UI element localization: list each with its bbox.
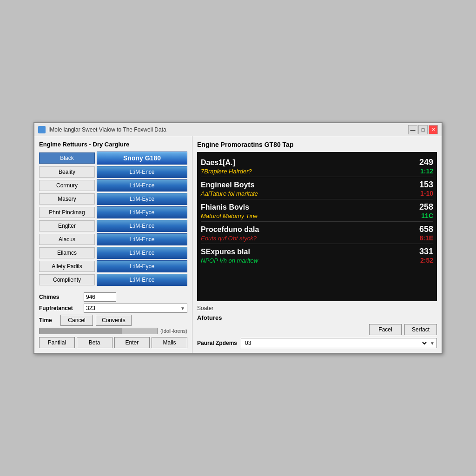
- bottom-buttons: PantilalBetaEnterMails: [39, 337, 187, 348]
- fupfretancet-row: Fupfretancet 323 ▼: [39, 304, 187, 313]
- enter-button[interactable]: Enter: [114, 337, 150, 348]
- time-label: Time: [39, 317, 58, 324]
- engine-value[interactable]: L:iM-Ence: [97, 233, 187, 245]
- window-content: Engime Rettuurs - Dry Carglure BlackSnon…: [34, 136, 442, 353]
- serfact-button[interactable]: Serfact: [404, 324, 437, 335]
- minimize-button[interactable]: —: [408, 125, 417, 134]
- engine-row: ComplientyL:iM-Ence: [39, 274, 187, 286]
- chimes-label: Chimes: [39, 294, 81, 300]
- progress-bar-fill: [40, 328, 122, 334]
- engine-label[interactable]: Englter: [39, 220, 95, 231]
- display-main-row: Fhianis Bovls258: [201, 202, 433, 212]
- display-item-time: 1-10: [420, 190, 433, 197]
- engine-value[interactable]: L:iM-Ence: [97, 179, 187, 192]
- engine-value[interactable]: Snony G180: [97, 152, 187, 165]
- display-sub-row: Maturol Matomy Tine11C: [201, 212, 433, 219]
- display-sub-label: Maturol Matomy Tine: [201, 212, 258, 219]
- select-arrow-icon: ▼: [178, 306, 187, 311]
- display-main-row: SExpures blal331: [201, 247, 433, 257]
- afotures-title: Afotures: [197, 314, 437, 321]
- close-button[interactable]: ✕: [429, 125, 438, 134]
- engine-label[interactable]: Ellamcs: [39, 247, 95, 258]
- display-item-name: SExpures blal: [201, 248, 250, 256]
- paural-arrow-icon: ▼: [428, 341, 436, 346]
- beta-button[interactable]: Beta: [77, 337, 112, 348]
- display-sub-row: Eouts quf Obt styck?8:1E: [201, 234, 433, 242]
- display-item: Daes1[A.]2497Brapiere Hairder?1:12: [201, 156, 433, 177]
- title-bar: IMoie langiar Sweet Vialow to The Foxwel…: [34, 123, 442, 136]
- engine-label[interactable]: Allety Padils: [39, 261, 95, 272]
- display-item-name: Daes1[A.]: [201, 159, 235, 167]
- engine-list: BlackSnony G180BealityL:iM-EnceCormuryL:…: [39, 152, 187, 286]
- engine-display: Daes1[A.]2497Brapiere Hairder?1:12Engine…: [197, 152, 437, 301]
- engine-label[interactable]: Cormury: [39, 180, 95, 191]
- engine-row: AlacusL:iM-Ence: [39, 233, 187, 245]
- engine-label[interactable]: Black: [39, 152, 95, 164]
- engine-value[interactable]: L:iM-Ence: [97, 220, 187, 232]
- engine-row: BealityL:iM-Ence: [39, 166, 187, 178]
- engine-label[interactable]: Beality: [39, 166, 95, 178]
- right-panel-title: Engine Promoractins GT80 Tap: [197, 141, 437, 148]
- engine-row: BlackSnony G180: [39, 152, 187, 165]
- display-item-name: Fhianis Bovls: [201, 203, 249, 212]
- engine-value[interactable]: L:iM-Eyce: [97, 260, 187, 272]
- mails-button[interactable]: Mails: [152, 337, 187, 348]
- engine-row: EnglterL:iM-Ence: [39, 220, 187, 232]
- right-panel: Engine Promoractins GT80 Tap Daes1[A.]24…: [192, 136, 442, 353]
- display-item-number: 331: [419, 247, 433, 257]
- engine-value[interactable]: L:iM-Eyce: [97, 206, 187, 218]
- display-sub-label: 7Brapiere Hairder?: [201, 168, 252, 175]
- window-title: IMoie langiar Sweet Vialow to The Foxwel…: [48, 126, 166, 133]
- engine-label[interactable]: Complienty: [39, 274, 95, 285]
- display-item-number: 249: [419, 158, 433, 167]
- soater-label: Soater: [197, 305, 437, 311]
- chimes-input[interactable]: [84, 292, 116, 302]
- maximize-button[interactable]: □: [418, 125, 428, 134]
- title-bar-left: IMoie langiar Sweet Vialow to The Foxwel…: [38, 126, 166, 133]
- display-sub-row: 7Brapiere Hairder?1:12: [201, 167, 433, 175]
- engine-label[interactable]: Phnt Pincknag: [39, 207, 95, 218]
- display-item-number: 658: [419, 225, 433, 234]
- display-item-time: 11C: [421, 212, 433, 219]
- left-panel: Engime Rettuurs - Dry Carglure BlackSnon…: [34, 136, 192, 353]
- chimes-row: Chimes: [39, 292, 187, 302]
- facel-button[interactable]: Facel: [369, 324, 402, 335]
- panel-title-normal: Engime Rettuurs -: [39, 141, 93, 148]
- paural-select[interactable]: 03: [241, 338, 428, 348]
- afotures-buttons: Facel Serfact: [197, 324, 437, 335]
- display-sub-row: NPOP Vh on marltew2:52: [201, 257, 433, 264]
- fupfretancet-select[interactable]: 323: [84, 304, 178, 312]
- pantilal-button[interactable]: Pantilal: [39, 337, 75, 348]
- display-sub-label: AaiTature fol maritate: [201, 190, 258, 197]
- app-icon: [38, 126, 46, 133]
- main-window: IMoie langiar Sweet Vialow to The Foxwel…: [33, 122, 443, 354]
- progress-row: (Idoll-krens): [39, 328, 187, 334]
- left-panel-title: Engime Rettuurs - Dry Carglure: [39, 141, 187, 148]
- engine-value[interactable]: L:iM-Ence: [97, 247, 187, 259]
- display-main-row: Engineel Boyts153: [201, 180, 433, 190]
- engine-value[interactable]: L:iM-Eyce: [97, 193, 187, 205]
- display-item: Procefduno dala658Eouts quf Obt styck?8:…: [201, 223, 433, 244]
- afotures-section: Afotures Facel Serfact Paural Zpdems 03 …: [197, 314, 437, 348]
- display-sub-label: NPOP Vh on marltew: [201, 257, 258, 264]
- paural-select-wrapper: 03 ▼: [241, 338, 437, 348]
- display-item-time: 2:52: [420, 257, 433, 264]
- display-main-row: Daes1[A.]249: [201, 158, 433, 167]
- engine-label[interactable]: Masery: [39, 193, 95, 205]
- engine-label[interactable]: Alacus: [39, 234, 95, 245]
- title-controls: — □ ✕: [408, 125, 438, 134]
- display-item: SExpures blal331NPOP Vh on marltew2:52: [201, 245, 433, 266]
- panel-title-bold: Dry Carglure: [93, 141, 130, 148]
- engine-value[interactable]: L:iM-Ence: [97, 274, 187, 286]
- display-sub-label: Eouts quf Obt styck?: [201, 235, 257, 242]
- engine-value[interactable]: L:iM-Ence: [97, 166, 187, 178]
- display-item: Engineel Boyts153AaiTature fol maritate1…: [201, 178, 433, 199]
- cancel-button[interactable]: Cancel: [60, 315, 93, 326]
- paural-label: Paural Zpdems: [197, 340, 237, 346]
- display-item: Fhianis Bovls258Maturol Matomy Tine11C: [201, 200, 433, 222]
- bottom-fields: Chimes Fupfretancet 323 ▼ Time Cancel C: [39, 292, 187, 348]
- display-item-time: 8:1E: [419, 234, 433, 242]
- display-item-name: Engineel Boyts: [201, 181, 255, 189]
- convents-button[interactable]: Convents: [96, 315, 132, 326]
- fupfretancet-select-wrapper: 323 ▼: [84, 304, 187, 313]
